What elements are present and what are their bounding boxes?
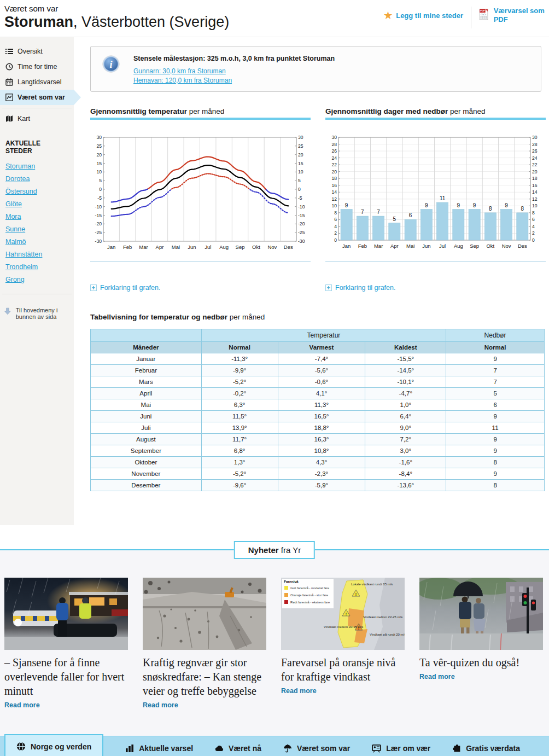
table-row: Februar-9,9°-5,6°-14,5°7 [91, 365, 545, 376]
news-image-wind-warning-map[interactable]: !!! Farenivå Gult farenivå - moderat far… [281, 578, 405, 650]
table-row: Mai6,3°11,3°1,0°6 [91, 399, 545, 411]
place-link-mora[interactable]: Mora [0, 211, 74, 223]
footer-item-varet-na[interactable]: Været nå [215, 744, 261, 753]
cloud-icon [215, 744, 224, 753]
sidebar-item-kart[interactable]: Kart [0, 111, 74, 126]
add-to-my-places-link[interactable]: ★ Legg til mine steder [384, 11, 463, 20]
explain-graph-link-temperature[interactable]: Forklaring til grafen. [90, 284, 160, 292]
place-link-dorotea[interactable]: Dorotea [0, 173, 74, 185]
svg-text:Vindkast mellom 22-25 m/s: Vindkast mellom 22-25 m/s [363, 615, 402, 619]
svg-text:Apr: Apr [390, 243, 399, 249]
place-name: Storuman [4, 14, 73, 30]
sidebar-item-oversikt[interactable]: Oversikt [0, 44, 74, 59]
table-group-header-row: Temperatur Nedbør [91, 329, 545, 342]
footer-item-varet-som-var[interactable]: Været som var [283, 744, 350, 753]
place-link-ostersund[interactable]: Östersund [0, 185, 74, 198]
svg-text:15: 15 [298, 161, 303, 166]
svg-text:Jun: Jun [188, 244, 196, 250]
news-image-avalanche[interactable] [143, 578, 266, 650]
bar-chart-icon [125, 744, 134, 753]
umbrella-icon [283, 744, 292, 753]
svg-text:-15: -15 [95, 213, 102, 218]
svg-text:11: 11 [440, 195, 446, 201]
news-title[interactable]: – Sjansene for å finne overlevende falle… [4, 655, 128, 698]
svg-text:10: 10 [298, 169, 303, 175]
svg-text:7: 7 [361, 209, 364, 215]
sidebar-item-langtidsvarsel[interactable]: Langtidsvarsel [0, 74, 74, 90]
svg-text:0: 0 [334, 237, 337, 243]
svg-text:Mar: Mar [139, 244, 148, 250]
svg-text:16: 16 [532, 183, 538, 188]
svg-text:!: ! [346, 612, 347, 616]
news-title[interactable]: Kraftig regnvær gir stor snøskredfare: –… [143, 655, 266, 698]
svg-text:8: 8 [334, 210, 337, 216]
temperature-line-chart: -30-30-25-25-20-20-15-15-10-10-5-5005510… [90, 132, 311, 257]
footer-nav: Norge og verden Aktuelle varsel Været nå… [0, 736, 549, 756]
news-image-rain-street[interactable] [419, 578, 543, 650]
svg-text:20: 20 [96, 152, 102, 158]
pdf-forecast-link[interactable]: PDF Værvarsel som PDF [479, 7, 546, 24]
table-column-header-row: Måneder Normal Varmest Kaldest Normal [91, 342, 545, 353]
place-link-malmo[interactable]: Malmö [0, 236, 74, 248]
explain-graph-link-precipitation[interactable]: Forklaring til grafen. [325, 284, 395, 292]
sidebar-item-varet-som-var[interactable]: Været som var [0, 90, 74, 105]
pdf-icon: PDF [479, 7, 489, 22]
sidebar-item-time-for-time[interactable]: Time for time [0, 59, 74, 74]
table-heading: Tabellvisning for temperatur og nedbør p… [90, 313, 549, 321]
svg-text:22: 22 [532, 162, 538, 167]
svg-text:30: 30 [331, 135, 337, 140]
news-title[interactable]: Ta vêr-quizen du også! [419, 655, 543, 670]
place-link-hahnstatten[interactable]: Hahnstätten [0, 248, 74, 261]
footer-item-norge-og-verden[interactable]: Norge og verden [4, 734, 103, 756]
place-link-storuman[interactable]: Storuman [0, 160, 74, 173]
read-more-link[interactable]: Read more [419, 673, 455, 681]
place-link-grong[interactable]: Grong [0, 274, 74, 286]
svg-text:30: 30 [298, 135, 303, 140]
read-more-link[interactable]: Read more [143, 701, 178, 709]
station-link-hemavan[interactable]: Hemavan: 120,0 km fra Storuman [133, 77, 335, 84]
place-link-sunne[interactable]: Sunne [0, 223, 74, 236]
svg-text:20: 20 [298, 152, 303, 158]
svg-text:Jul: Jul [205, 244, 211, 250]
svg-text:30: 30 [532, 135, 538, 140]
active-item-arrow-icon [74, 90, 81, 105]
footer-item-laer-om-vaer[interactable]: Lær om vær [372, 744, 430, 753]
svg-text:Oransje farenivå - stor fare: Oransje farenivå - stor fare [290, 594, 328, 597]
footer-item-gratis-vaerdata[interactable]: Gratis værdata [452, 744, 520, 753]
read-more-link[interactable]: Read more [4, 701, 40, 709]
places-heading: AKTUELLE STEDER [0, 126, 74, 160]
read-more-link[interactable]: Read more [281, 687, 317, 695]
svg-text:Okt: Okt [486, 243, 494, 249]
svg-text:4: 4 [532, 224, 535, 229]
to-main-menu-link[interactable]: Til hovedmeny i bunnen av sida [0, 297, 74, 320]
svg-text:-20: -20 [298, 221, 305, 226]
svg-text:28: 28 [331, 142, 337, 147]
divider [2, 294, 72, 294]
svg-text:-25: -25 [298, 230, 305, 235]
news-card-4: Ta vêr-quizen du også! Read more [419, 578, 543, 710]
svg-text:Des: Des [518, 243, 527, 249]
place-link-glote[interactable]: Glöte [0, 198, 74, 211]
svg-text:Rødt farenivå - ekstrem fare: Rødt farenivå - ekstrem fare [290, 601, 330, 604]
svg-text:6: 6 [532, 217, 535, 222]
news-title[interactable]: Farevarsel på oransje nivå for kraftige … [281, 655, 405, 684]
svg-text:8: 8 [532, 210, 535, 216]
precipitation-bar-chart: 0022446688101012121414161618182020222224… [325, 132, 545, 257]
news-card-2: Kraftig regnvær gir stor snøskredfare: –… [143, 578, 266, 710]
table-row: Juni11,5°16,5°6,4°9 [91, 411, 545, 422]
header-utilities: ★ Legg til mine steder PDF Værvarsel [384, 7, 546, 28]
news-image-rescue-night[interactable] [4, 578, 128, 650]
svg-text:-30: -30 [95, 239, 102, 244]
svg-text:22: 22 [331, 162, 337, 167]
svg-text:15: 15 [96, 161, 102, 166]
svg-text:16: 16 [331, 183, 337, 188]
charts-row: Gjennomsnittlig temperatur per måned -30… [90, 107, 549, 293]
footer-item-aktuelle-varsel[interactable]: Aktuelle varsel [125, 744, 193, 753]
place-link-trondheim[interactable]: Trondheim [0, 261, 74, 274]
precipitation-chart-section: Gjennomsnittlig dager med nedbør per mån… [325, 107, 546, 293]
station-link-gunnarn[interactable]: Gunnarn: 30,0 km fra Storuman [133, 67, 335, 75]
svg-text:Feb: Feb [123, 244, 132, 250]
region-name: , Västerbotten (Sverige) [73, 14, 229, 30]
table-section: Tabellvisning for temperatur og nedbør p… [90, 313, 549, 491]
divider [2, 108, 72, 108]
